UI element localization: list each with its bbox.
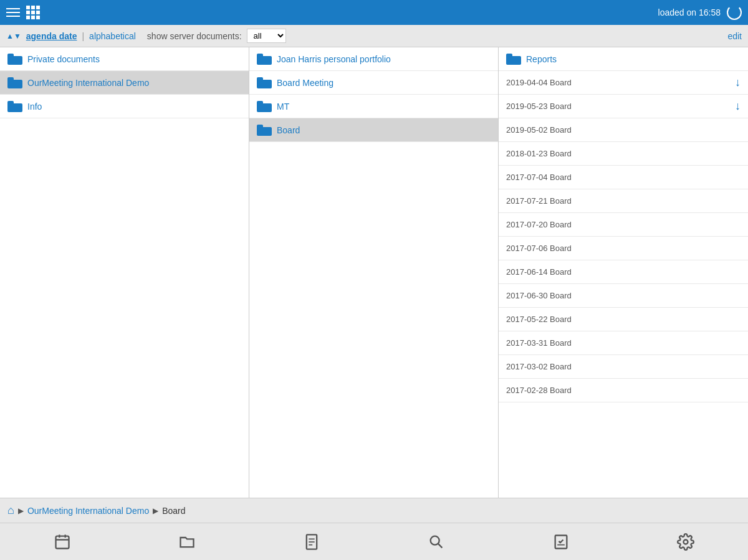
folder-icon <box>506 54 521 65</box>
bottom-toolbar <box>0 523 748 560</box>
download-icon[interactable]: ↓ <box>735 100 741 113</box>
list-item[interactable]: OurMeeting International Demo <box>0 71 249 95</box>
download-icon[interactable]: ↓ <box>735 76 741 89</box>
doc-label: 2019-04-04 Board <box>506 78 735 87</box>
doc-label: 2017-07-06 Board <box>506 244 741 253</box>
doc-label: 2017-07-21 Board <box>506 196 741 206</box>
table-row[interactable]: 2017-06-30 Board <box>499 284 748 308</box>
table-row[interactable]: 2017-07-04 Board <box>499 166 748 189</box>
folder-icon <box>257 77 272 88</box>
list-item[interactable]: MT <box>249 95 498 118</box>
search-icon <box>428 533 445 551</box>
breadcrumb-item-ourmeetingdemo[interactable]: OurMeeting International Demo <box>27 506 149 516</box>
svg-rect-0 <box>56 536 69 548</box>
show-server-label: show server documents: <box>147 31 242 41</box>
calendar-button[interactable] <box>41 528 84 556</box>
doc-label: 2019-05-23 Board <box>506 102 735 111</box>
doc-label: 2017-07-20 Board <box>506 220 741 229</box>
settings-button[interactable] <box>664 528 707 556</box>
calendar-icon <box>54 533 71 551</box>
doc-label: 2018-01-23 Board <box>506 149 741 158</box>
loaded-timestamp: loaded on 16:58 <box>658 7 721 17</box>
document-icon <box>303 533 320 551</box>
table-row[interactable]: 2017-02-28 Board <box>499 379 748 402</box>
table-row[interactable]: 2019-04-04 Board ↓ <box>499 71 748 95</box>
grid-icon[interactable] <box>26 6 40 19</box>
table-row[interactable]: 2017-06-14 Board <box>499 260 748 284</box>
sort-agenda-date[interactable]: agenda date <box>26 31 77 41</box>
folder-label: Board Meeting <box>277 78 333 88</box>
folder-label: MT <box>277 102 289 112</box>
table-row[interactable]: 2017-07-20 Board <box>499 213 748 237</box>
folder-icon <box>257 101 272 112</box>
home-icon[interactable]: ⌂ <box>7 504 14 517</box>
sort-arrow-icon: ▲▼ <box>6 32 21 40</box>
doc-label: 2017-06-14 Board <box>506 267 741 277</box>
breadcrumb-item-board: Board <box>162 506 185 516</box>
doc-label: 2017-03-02 Board <box>506 362 741 371</box>
table-row[interactable]: 2019-05-02 Board <box>499 118 748 142</box>
search-button[interactable] <box>415 528 458 556</box>
right-panel-header[interactable]: Reports <box>499 47 748 71</box>
doc-label: 2019-05-02 Board <box>506 125 741 135</box>
refresh-icon[interactable] <box>727 5 742 20</box>
doc-label: 2017-05-22 Board <box>506 315 741 324</box>
table-row[interactable]: 2019-05-23 Board ↓ <box>499 95 748 118</box>
doc-label: 2017-07-04 Board <box>506 173 741 182</box>
table-row[interactable]: 2017-05-22 Board <box>499 308 748 331</box>
middle-panel: Joan Harris personal portfolio Board Mee… <box>249 47 499 498</box>
main-content: Private documents OurMeeting Internation… <box>0 47 748 498</box>
table-row[interactable]: 2017-03-31 Board <box>499 331 748 355</box>
hamburger-icon[interactable] <box>6 8 20 17</box>
topbar-left <box>6 6 40 19</box>
doc-label: 2017-02-28 Board <box>506 386 741 395</box>
task-button[interactable] <box>540 528 582 556</box>
folder-button[interactable] <box>166 528 208 556</box>
settings-icon <box>677 533 694 551</box>
svg-point-12 <box>684 539 688 544</box>
table-row[interactable]: 2017-07-06 Board <box>499 237 748 260</box>
svg-line-9 <box>438 543 442 547</box>
table-row[interactable]: 2017-07-21 Board <box>499 189 748 213</box>
sort-alphabetical[interactable]: alphabetical <box>89 31 136 41</box>
folder-label: Joan Harris personal portfolio <box>277 54 391 64</box>
list-item[interactable]: Joan Harris personal portfolio <box>249 47 498 71</box>
sortbar: ▲▼ agenda date | alphabetical show serve… <box>0 25 748 47</box>
edit-link[interactable]: edit <box>727 31 742 41</box>
folder-icon <box>7 77 22 88</box>
folder-icon <box>257 125 272 136</box>
doc-label: 2017-06-30 Board <box>506 291 741 300</box>
list-item[interactable]: Info <box>0 95 249 118</box>
folder-label: Board <box>277 125 300 135</box>
list-item[interactable]: Private documents <box>0 47 249 71</box>
folder-label: Info <box>27 102 42 112</box>
doc-label: 2017-03-31 Board <box>506 338 741 348</box>
server-docs-select[interactable]: allminenone <box>247 29 286 43</box>
breadcrumb-arrow-icon: ▶ <box>153 506 158 515</box>
svg-point-8 <box>431 536 439 544</box>
topbar: loaded on 16:58 <box>0 0 748 25</box>
folder-icon <box>257 54 272 65</box>
document-button[interactable] <box>290 528 333 556</box>
folder-toolbar-icon <box>178 533 196 551</box>
folder-label: OurMeeting International Demo <box>27 78 149 88</box>
breadcrumb-arrow-icon: ▶ <box>18 506 24 515</box>
list-item[interactable]: Board <box>249 118 498 142</box>
task-icon <box>552 533 570 551</box>
list-item[interactable]: Board Meeting <box>249 71 498 95</box>
topbar-right: loaded on 16:58 <box>658 5 742 20</box>
table-row[interactable]: 2018-01-23 Board <box>499 142 748 166</box>
breadcrumb: ⌂ ▶ OurMeeting International Demo ▶ Boar… <box>0 498 748 523</box>
table-row[interactable]: 2017-03-02 Board <box>499 355 748 379</box>
folder-icon <box>7 54 22 65</box>
folder-icon <box>7 101 22 112</box>
right-panel: Reports 2019-04-04 Board ↓ 2019-05-23 Bo… <box>499 47 748 498</box>
folder-label: Private documents <box>27 54 100 64</box>
left-panel: Private documents OurMeeting Internation… <box>0 47 249 498</box>
folder-label: Reports <box>526 54 557 64</box>
